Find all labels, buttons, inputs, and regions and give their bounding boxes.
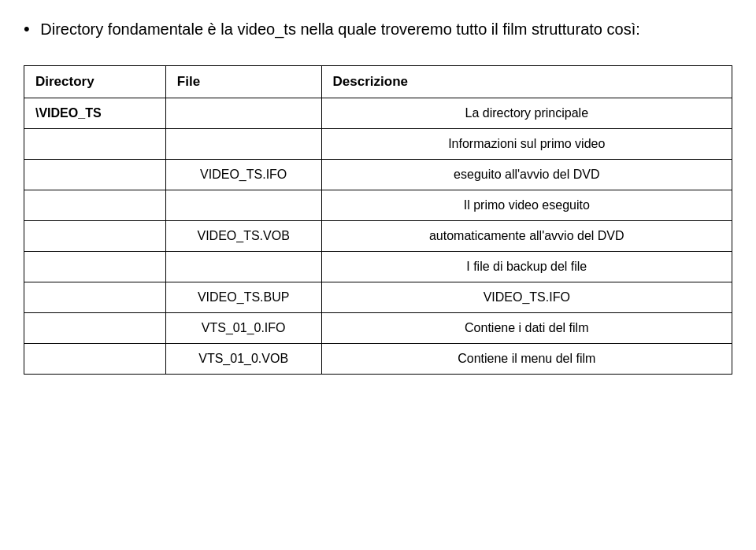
table-row: VIDEO_TS.BUPVIDEO_TS.IFO bbox=[24, 282, 732, 313]
cell-description: eseguito all'avvio del DVD bbox=[321, 160, 732, 190]
table-header-row: Directory File Descrizione bbox=[24, 66, 732, 98]
cell-directory bbox=[24, 221, 166, 252]
cell-file: VTS_01_0.VOB bbox=[165, 344, 321, 375]
cell-directory bbox=[24, 344, 166, 375]
intro-paragraph: • Directory fondamentale è la video_ts n… bbox=[24, 16, 732, 42]
cell-file: VIDEO_TS.BUP bbox=[165, 282, 321, 313]
table-row: \VIDEO_TSLa directory principale bbox=[24, 98, 732, 129]
cell-file: VTS_01_0.IFO bbox=[165, 313, 321, 344]
table-row: VTS_01_0.VOBContiene il menu del film bbox=[24, 344, 732, 375]
content-table: Directory File Descrizione \VIDEO_TSLa d… bbox=[24, 65, 732, 375]
cell-file bbox=[165, 252, 321, 282]
cell-directory bbox=[24, 190, 166, 221]
cell-directory bbox=[24, 313, 166, 344]
cell-file: VIDEO_TS.VOB bbox=[165, 221, 321, 252]
cell-file: VIDEO_TS.IFO bbox=[165, 160, 321, 190]
cell-description: Contiene il menu del film bbox=[321, 344, 732, 375]
cell-description: Il primo video eseguito bbox=[321, 190, 732, 221]
cell-description: Contiene i dati del film bbox=[321, 313, 732, 344]
table-row: I file di backup del file bbox=[24, 252, 732, 282]
cell-directory bbox=[24, 129, 166, 160]
table-row: Informazioni sul primo video bbox=[24, 129, 732, 160]
cell-directory bbox=[24, 282, 166, 313]
bullet-point: • bbox=[24, 19, 30, 39]
header-description: Descrizione bbox=[321, 66, 732, 98]
cell-description: I file di backup del file bbox=[321, 252, 732, 282]
cell-file bbox=[165, 129, 321, 160]
table-row: Il primo video eseguito bbox=[24, 190, 732, 221]
cell-directory bbox=[24, 252, 166, 282]
cell-file bbox=[165, 190, 321, 221]
header-directory: Directory bbox=[24, 66, 166, 98]
table-row: VTS_01_0.IFOContiene i dati del film bbox=[24, 313, 732, 344]
cell-description: Informazioni sul primo video bbox=[321, 129, 732, 160]
cell-description: La directory principale bbox=[321, 98, 732, 129]
cell-description: automaticamente all'avvio del DVD bbox=[321, 221, 732, 252]
table-row: VIDEO_TS.IFOeseguito all'avvio del DVD bbox=[24, 160, 732, 190]
header-file: File bbox=[165, 66, 321, 98]
cell-file bbox=[165, 98, 321, 129]
table-row: VIDEO_TS.VOBautomaticamente all'avvio de… bbox=[24, 221, 732, 252]
intro-text: Directory fondamentale è la video_ts nel… bbox=[40, 20, 639, 38]
cell-description: VIDEO_TS.IFO bbox=[321, 282, 732, 313]
cell-directory: \VIDEO_TS bbox=[24, 98, 166, 129]
cell-directory bbox=[24, 160, 166, 190]
